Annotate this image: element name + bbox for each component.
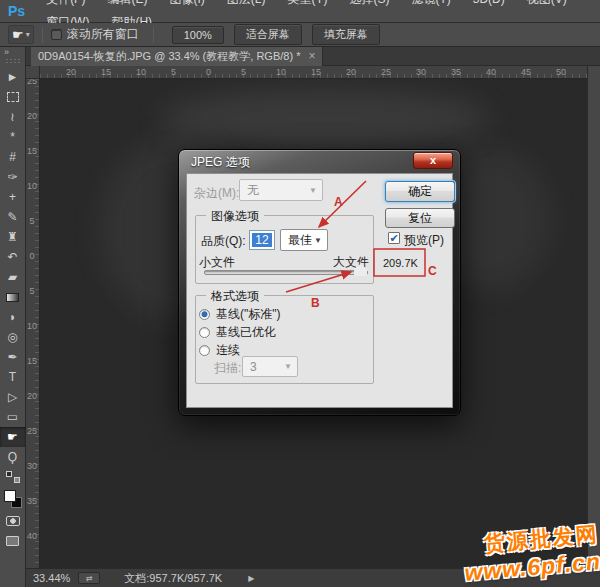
panel-collapse-button[interactable]: » [0,47,9,57]
menu-item-3[interactable]: 图层(L) [216,0,277,6]
v-ruler-number: 25 [27,79,37,85]
scans-dropdown[interactable]: 3 ▼ [242,356,298,377]
menu-item-0[interactable]: 文件(F) [35,0,96,6]
quality-slider-track[interactable] [204,270,368,275]
format-option-0[interactable]: 基线("标准") [199,306,281,323]
h-ruler-number: 0 [206,67,211,77]
eraser-tool-icon[interactable]: ▰ [0,267,26,287]
healing-brush-tool-icon[interactable]: + [0,187,26,207]
history-brush-tool-icon[interactable]: ↶ [0,247,26,267]
v-ruler-number: 20 [27,392,37,400]
lasso-tool-icon[interactable]: ≀ [0,107,26,127]
status-flyout-arrow-icon[interactable]: ▶ [248,574,254,583]
vertical-scrollbar[interactable] [587,66,600,568]
radio-icon[interactable] [199,327,210,338]
h-ruler-number: 20 [346,67,356,77]
format-option-2[interactable]: 连续 [199,342,240,359]
menu-item-5[interactable]: 选择(S) [338,0,400,6]
h-ruler-number: 45 [521,67,531,77]
dialog-close-button[interactable]: x [413,152,453,169]
path-selection-tool-icon[interactable]: ▷ [0,387,26,407]
swap-colors-icon[interactable] [0,467,26,487]
fit-screen-button[interactable]: 适合屏幕 [234,24,302,45]
h-ruler-number: 15 [101,67,111,77]
document-size-text: 文档:957.7K/957.7K [124,571,222,586]
ok-button[interactable]: 确定 [385,181,455,202]
menu-item-6[interactable]: 滤镜(T) [400,0,461,6]
ruler-corner [26,66,40,79]
v-ruler-number: 10 [27,322,37,330]
horizontal-ruler: 201510505101520253035404550 [40,66,587,79]
document-tab[interactable]: 0D9A0154-恢复的.JPG @ 33.4% (教程教学, RGB/8) *… [31,47,323,66]
crop-tool-icon[interactable]: # [0,147,26,167]
matte-dropdown[interactable]: 无 ▼ [239,179,323,201]
reset-button[interactable]: 复位 [385,208,455,228]
h-ruler-number: 50 [556,67,566,77]
magic-wand-tool-icon[interactable]: * [0,127,26,147]
dodge-tool-icon[interactable]: ◎ [0,327,26,347]
menu-item-1[interactable]: 编辑(E) [96,0,158,6]
format-option-label: 连续 [216,342,240,359]
h-ruler-number: 10 [136,67,146,77]
hand-tool-icon: ☛ [12,27,24,42]
radio-icon[interactable] [199,309,210,320]
v-ruler-number: 5 [27,287,37,295]
clone-stamp-tool-icon[interactable]: ♜ [0,227,26,247]
h-ruler-number: 5 [241,67,246,77]
quality-preset-dropdown[interactable]: 最佳 ▼ [280,229,328,251]
radio-icon[interactable] [199,345,210,356]
matte-value: 无 [247,182,259,199]
menu-item-4[interactable]: 类型(Y) [276,0,338,6]
quality-input[interactable]: 12 [249,230,275,250]
brush-tool-icon[interactable]: ✎ [0,207,26,227]
chevron-down-icon: ▼ [284,362,292,371]
panel-grip[interactable] [5,58,21,65]
zoom-tool-icon[interactable]: Ϙ [0,447,26,467]
v-ruler-number: 30 [27,462,37,470]
scroll-all-windows-checkbox[interactable] [51,29,62,40]
screen-mode-icon[interactable] [0,531,26,551]
scroll-all-windows-label: 滚动所有窗口 [67,26,139,43]
v-ruler-number: 35 [27,497,37,505]
document-tab-bar: 0D9A0154-恢复的.JPG @ 33.4% (教程教学, RGB/8) *… [26,47,600,66]
zoom-100-button[interactable]: 100% [172,26,224,44]
move-tool-icon[interactable]: ► [0,67,26,87]
pen-tool-icon[interactable]: ✒ [0,347,26,367]
v-ruler-number: 40 [27,532,37,540]
adobe-drive-icon[interactable]: ⇄ [78,572,100,584]
menu-item-7[interactable]: 3D(D) [462,0,516,6]
marquee-tool-icon[interactable] [0,87,26,107]
v-ruler-number: 0 [27,252,37,260]
options-bar: ☛ ▾ 滚动所有窗口 100% 适合屏幕 填充屏幕 [0,23,600,47]
document-tab-title: 0D9A0154-恢复的.JPG @ 33.4% (教程教学, RGB/8) * [38,47,300,66]
chevron-down-icon: ▼ [314,236,322,245]
menu-item-2[interactable]: 图像(I) [158,0,215,6]
hand-tool-icon[interactable]: ☛ [0,427,26,447]
dialog-body: 杂边(M): 无 ▼ 确定 复位 ✔ 预览(P) 209.7K 图像选项 品质(… [186,173,453,408]
h-ruler-number: 40 [486,67,496,77]
v-ruler-number: 15 [27,147,37,155]
fill-screen-button[interactable]: 填充屏幕 [312,24,380,45]
type-tool-icon[interactable]: T [0,367,26,387]
preview-label: 预览(P) [404,232,444,249]
quick-mask-icon[interactable] [0,511,26,531]
preview-checkbox[interactable]: ✔ [388,232,400,244]
color-swatches-icon[interactable] [0,487,26,511]
shape-tool-icon[interactable]: ▭ [0,407,26,427]
photo-highlight [160,89,490,149]
v-ruler-number: 20 [27,112,37,120]
blur-tool-icon[interactable]: ◗ [0,307,26,327]
photoshop-logo: Ps [0,3,35,19]
zoom-level-field[interactable]: 33.44% [33,572,70,584]
v-ruler-number: 25 [27,427,37,435]
menu-item-8[interactable]: 视图(V) [516,0,578,6]
format-option-1[interactable]: 基线已优化 [199,324,276,341]
h-ruler-number: 30 [416,67,426,77]
dialog-title: JPEG 选项 [191,154,250,171]
eyedropper-tool-icon[interactable]: ✑ [0,167,26,187]
close-icon[interactable]: × [308,48,315,65]
jpeg-options-dialog: JPEG 选项 x 杂边(M): 无 ▼ 确定 复位 ✔ 预览(P) 209.7… [178,149,461,416]
small-file-label: 小文件 [199,254,235,271]
tool-preset-picker[interactable]: ☛ ▾ [8,25,34,44]
gradient-tool-icon[interactable] [0,287,26,307]
